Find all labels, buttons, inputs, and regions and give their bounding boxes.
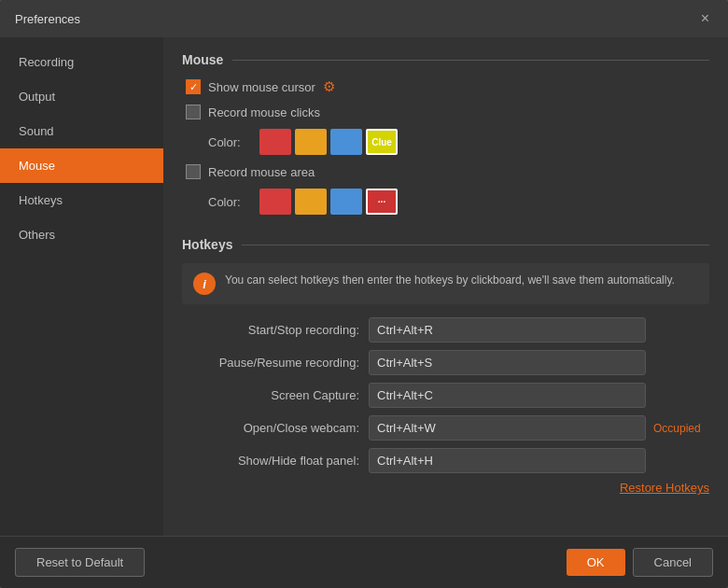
- click-color-yellow[interactable]: Clue: [366, 129, 398, 155]
- hotkey-label-webcam: Open/Close webcam:: [182, 421, 369, 435]
- restore-hotkeys-link[interactable]: Restore Hotkeys: [620, 481, 709, 495]
- click-color-blue[interactable]: [330, 129, 362, 155]
- hotkey-label-screen-capture: Screen Capture:: [182, 388, 369, 402]
- dialog-title: Preferences: [15, 12, 80, 26]
- sidebar-item-mouse[interactable]: Mouse: [0, 148, 163, 183]
- content-area: Mouse Show mouse cursor ⚙ Record mouse c…: [163, 37, 728, 536]
- hotkey-row-screen-capture: Screen Capture:: [182, 383, 709, 408]
- gear-icon[interactable]: ⚙: [323, 78, 335, 95]
- info-icon: i: [193, 273, 216, 295]
- area-color-label: Color:: [208, 195, 250, 209]
- area-color-row: Color: ···: [182, 189, 709, 215]
- preferences-dialog: Preferences × Recording Output Sound Mou…: [0, 0, 728, 588]
- show-cursor-checkbox[interactable]: [186, 79, 201, 94]
- hotkey-input-pause-resume[interactable]: [369, 350, 646, 375]
- record-area-checkbox[interactable]: [186, 164, 201, 179]
- sidebar-item-others[interactable]: Others: [0, 217, 163, 252]
- sidebar-item-output[interactable]: Output: [0, 79, 163, 114]
- reset-button[interactable]: Reset to Default: [15, 548, 145, 577]
- cancel-button[interactable]: Cancel: [633, 548, 713, 577]
- mouse-section-title: Mouse: [182, 52, 709, 67]
- record-clicks-label: Record mouse clicks: [208, 105, 320, 119]
- sidebar: Recording Output Sound Mouse Hotkeys Oth…: [0, 37, 163, 536]
- sidebar-item-hotkeys[interactable]: Hotkeys: [0, 183, 163, 217]
- hotkey-row-float-panel: Show/Hide float panel:: [182, 448, 709, 473]
- mouse-section: Mouse Show mouse cursor ⚙ Record mouse c…: [182, 52, 709, 215]
- hotkey-row-webcam: Open/Close webcam: Occupied: [182, 415, 709, 441]
- hotkey-input-screen-capture[interactable]: [369, 383, 646, 408]
- hotkey-label-pause-resume: Pause/Resume recording:: [182, 356, 369, 370]
- area-color-custom[interactable]: ···: [366, 189, 398, 215]
- sidebar-item-recording[interactable]: Recording: [0, 45, 163, 79]
- area-color-orange[interactable]: [295, 189, 327, 215]
- show-cursor-row: Show mouse cursor ⚙: [182, 78, 709, 95]
- dialog-body: Recording Output Sound Mouse Hotkeys Oth…: [0, 37, 728, 536]
- record-clicks-checkbox[interactable]: [186, 105, 201, 119]
- hotkey-input-webcam[interactable]: [369, 415, 646, 441]
- hotkeys-section-title: Hotkeys: [182, 237, 709, 252]
- hotkey-row-start-stop: Start/Stop recording:: [182, 317, 709, 343]
- info-message: You can select hotkeys then enter the ho…: [225, 273, 675, 288]
- click-color-red[interactable]: [259, 129, 291, 155]
- hotkey-label-start-stop: Start/Stop recording:: [182, 323, 369, 337]
- sidebar-item-sound[interactable]: Sound: [0, 114, 163, 148]
- area-color-red[interactable]: [259, 189, 291, 215]
- clicks-color-row: Color: Clue: [182, 129, 709, 155]
- hotkeys-section: Hotkeys i You can select hotkeys then en…: [182, 237, 709, 495]
- hotkey-input-start-stop[interactable]: [369, 317, 646, 343]
- clicks-color-label: Color:: [208, 135, 250, 149]
- bottom-right-buttons: OK Cancel: [567, 548, 713, 577]
- show-cursor-label: Show mouse cursor: [208, 80, 315, 94]
- ok-button[interactable]: OK: [567, 549, 625, 576]
- hotkey-label-float-panel: Show/Hide float panel:: [182, 454, 369, 468]
- hotkey-input-float-panel[interactable]: [369, 448, 646, 473]
- bottom-bar: Reset to Default OK Cancel: [0, 536, 728, 588]
- click-color-orange[interactable]: [295, 129, 327, 155]
- record-area-row: Record mouse area: [182, 164, 709, 179]
- title-bar: Preferences ×: [0, 0, 728, 37]
- area-color-blue[interactable]: [330, 189, 362, 215]
- close-button[interactable]: ×: [697, 9, 713, 28]
- record-area-label: Record mouse area: [208, 165, 315, 179]
- hotkeys-info-row: i You can select hotkeys then enter the …: [182, 263, 709, 304]
- hotkey-row-pause-resume: Pause/Resume recording:: [182, 350, 709, 375]
- occupied-badge: Occupied: [653, 422, 709, 435]
- record-clicks-row: Record mouse clicks: [182, 105, 709, 119]
